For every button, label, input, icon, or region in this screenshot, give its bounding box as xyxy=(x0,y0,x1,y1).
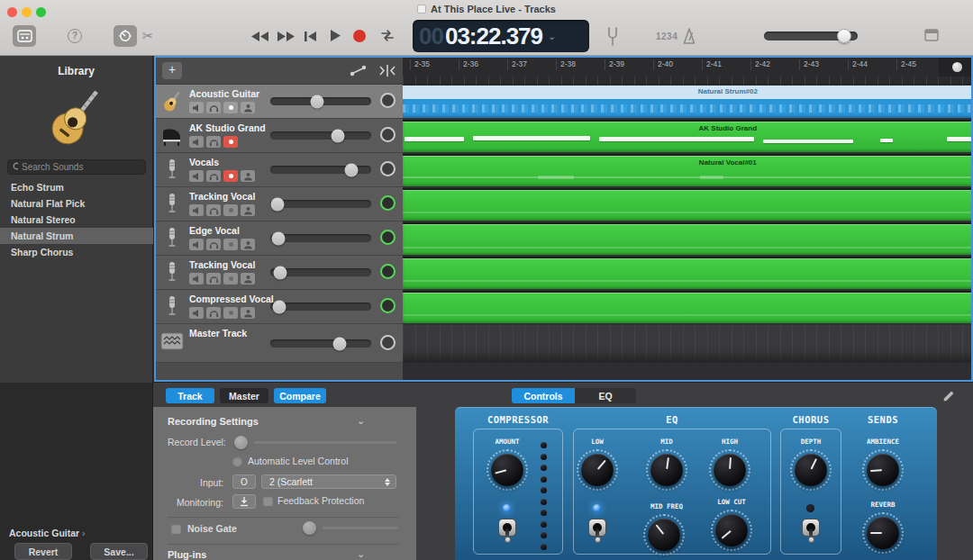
record-enable-button[interactable] xyxy=(223,204,238,216)
pan-knob[interactable] xyxy=(380,127,396,142)
record-level-knob[interactable] xyxy=(234,436,248,449)
record-enable-button[interactable] xyxy=(223,239,238,250)
input-monitoring-button[interactable] xyxy=(241,239,255,250)
lcd-chevron-icon[interactable]: ⌄ xyxy=(548,31,556,42)
zoom-knob[interactable] xyxy=(952,62,962,72)
solo-button[interactable] xyxy=(206,273,221,285)
ambience-knob[interactable] xyxy=(862,449,904,491)
automation-button[interactable] xyxy=(348,63,369,82)
rewind-button[interactable] xyxy=(250,30,269,46)
library-toggle-button[interactable] xyxy=(13,25,36,47)
region-natural-strum[interactable]: Natural Strum#02 xyxy=(403,86,973,118)
editors-scissors-button[interactable]: ✂ xyxy=(142,28,154,44)
low-cut-knob[interactable] xyxy=(711,510,752,551)
pan-knob[interactable] xyxy=(380,230,396,245)
tuner-button[interactable] xyxy=(605,27,620,50)
quick-help-button[interactable]: ? xyxy=(68,29,82,43)
volume-thumb[interactable] xyxy=(270,197,284,211)
save-button[interactable]: Save... xyxy=(90,543,148,560)
fast-forward-button[interactable] xyxy=(277,30,296,46)
mute-button[interactable] xyxy=(189,204,204,216)
library-item-natural-flat-pick[interactable]: Natural Flat Pick xyxy=(0,195,153,212)
amount-knob[interactable] xyxy=(486,449,528,491)
mute-button[interactable] xyxy=(189,170,204,182)
track-volume-slider[interactable] xyxy=(270,200,371,208)
timeline-area[interactable]: 2-35 2-36 2-37 2-38 2-39 2-40 2-41 2-42 … xyxy=(403,56,973,382)
record-enable-button[interactable] xyxy=(223,307,238,319)
record-enable-button[interactable] xyxy=(223,273,238,285)
mute-button[interactable] xyxy=(189,136,204,148)
noise-gate-checkbox[interactable] xyxy=(171,524,181,534)
input-monitoring-button[interactable] xyxy=(241,204,255,216)
compare-tab[interactable]: Compare xyxy=(274,388,326,403)
feedback-protection-checkbox[interactable] xyxy=(263,496,273,506)
track-volume-slider[interactable] xyxy=(270,268,371,276)
track-volume-slider[interactable] xyxy=(270,166,371,174)
record-enable-button[interactable] xyxy=(223,136,238,148)
revert-button[interactable]: Revert xyxy=(14,543,72,560)
track-row-compressed-vocal[interactable]: Compressed Vocal xyxy=(155,290,403,324)
volume-slider-thumb[interactable] xyxy=(837,29,851,43)
metronome-button[interactable] xyxy=(681,27,697,49)
track-volume-slider[interactable] xyxy=(270,303,371,311)
solo-button[interactable] xyxy=(206,239,221,250)
input-monitoring-button[interactable] xyxy=(241,170,255,182)
track-row-tracking-vocal-2[interactable]: Tracking Vocal xyxy=(155,256,403,290)
mute-button[interactable] xyxy=(189,307,204,319)
solo-button[interactable] xyxy=(206,204,221,216)
depth-knob[interactable] xyxy=(790,449,832,491)
pan-knob[interactable] xyxy=(380,93,396,108)
library-item-sharp-chorus[interactable]: Sharp Chorus xyxy=(0,244,153,260)
mute-button[interactable] xyxy=(189,273,204,285)
monitoring-button[interactable] xyxy=(232,494,256,509)
mid-freq-knob[interactable] xyxy=(643,514,685,555)
collapse-chevron-icon[interactable]: ⌄ xyxy=(357,548,365,560)
track-row-vocals[interactable]: Vocals xyxy=(155,153,403,187)
track-tab[interactable]: Track xyxy=(166,388,214,403)
chorus-toggle-switch[interactable] xyxy=(801,519,821,543)
catch-playhead-button[interactable] xyxy=(377,63,398,82)
volume-thumb[interactable] xyxy=(274,266,287,279)
auto-level-checkbox[interactable] xyxy=(232,456,242,466)
go-to-beginning-button[interactable] xyxy=(304,30,317,46)
timeline-ruler[interactable]: 2-35 2-36 2-37 2-38 2-39 2-40 2-41 2-42 … xyxy=(403,56,973,85)
input-monitoring-button[interactable] xyxy=(241,307,255,319)
pan-knob[interactable] xyxy=(380,264,396,279)
volume-thumb[interactable] xyxy=(273,300,286,313)
smart-controls-button[interactable] xyxy=(114,25,137,47)
pan-knob[interactable] xyxy=(380,161,396,176)
volume-thumb[interactable] xyxy=(332,129,345,142)
record-enable-button[interactable] xyxy=(223,102,238,113)
volume-thumb[interactable] xyxy=(271,231,285,245)
edit-controls-button[interactable] xyxy=(942,389,956,406)
cycle-button[interactable] xyxy=(378,29,396,46)
record-enable-button[interactable] xyxy=(223,170,238,182)
controls-tab[interactable]: Controls xyxy=(512,388,575,403)
input-monitoring-button[interactable] xyxy=(241,273,255,285)
track-row-tracking-vocal-1[interactable]: Tracking Vocal xyxy=(155,187,403,221)
record-button[interactable] xyxy=(353,30,366,42)
region-tracking-vocal-1[interactable] xyxy=(403,188,973,221)
track-volume-slider[interactable] xyxy=(270,97,371,105)
library-item-echo-strum[interactable]: Echo Strum xyxy=(0,179,153,195)
mute-button[interactable] xyxy=(189,102,204,113)
region-natural-vocal[interactable]: Natural Vocal#01 xyxy=(403,154,973,186)
region-compressed-vocal[interactable] xyxy=(403,291,973,323)
play-button[interactable] xyxy=(330,29,341,46)
pan-knob[interactable] xyxy=(380,195,396,211)
solo-button[interactable] xyxy=(206,136,221,148)
track-volume-slider[interactable] xyxy=(270,339,371,348)
master-tab[interactable]: Master xyxy=(220,388,268,403)
master-volume-slider[interactable] xyxy=(764,32,858,41)
region-tracking-vocal-2[interactable] xyxy=(403,257,973,289)
library-item-natural-strum[interactable]: Natural Strum xyxy=(0,228,153,244)
track-row-acoustic-guitar[interactable]: Acoustic Guitar xyxy=(155,85,403,119)
reverb-knob[interactable] xyxy=(862,512,904,554)
master-track-lane[interactable] xyxy=(403,325,973,363)
volume-thumb[interactable] xyxy=(310,95,323,108)
collapse-chevron-icon[interactable]: ⌄ xyxy=(357,415,365,427)
eq-toggle-switch[interactable] xyxy=(587,519,607,543)
compressor-toggle-switch[interactable] xyxy=(497,519,517,543)
track-volume-slider[interactable] xyxy=(270,234,371,242)
pan-knob[interactable] xyxy=(380,298,396,313)
